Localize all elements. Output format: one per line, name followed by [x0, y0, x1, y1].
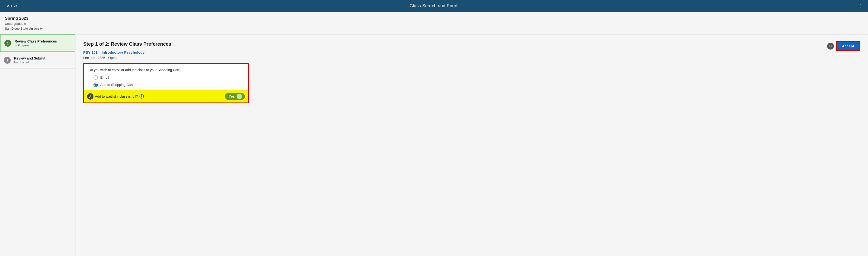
- radio-shopping-cart[interactable]: Add to Shopping Cart: [93, 82, 243, 87]
- step-info-2: Review and Submit Not Started: [14, 57, 71, 64]
- main-layout: 1 Review Class Preferences In Progress 2…: [0, 35, 868, 256]
- sidebar-step-2[interactable]: 2 Review and Submit Not Started: [0, 52, 75, 69]
- header-title: Class Search and Enroll: [410, 3, 458, 8]
- pref-question: Do you wish to enroll or add the class t…: [89, 68, 243, 72]
- exit-icon: ✕: [7, 4, 10, 8]
- course-name[interactable]: Introductory Psychology: [102, 50, 145, 54]
- radio-label-enroll: Enroll: [100, 76, 109, 79]
- step-heading: Step 1 of 2: Review Class Preferences: [83, 41, 860, 47]
- sidebar-step-1[interactable]: 1 Review Class Preferences In Progress: [0, 35, 75, 52]
- term-label: Spring 2023: [5, 16, 863, 21]
- sidebar: 1 Review Class Preferences In Progress 2…: [0, 35, 75, 256]
- radio-group: Enroll Add to Shopping Cart: [89, 75, 243, 87]
- exit-label: Exit: [11, 4, 17, 8]
- waitlist-toggle[interactable]: Yes: [225, 93, 245, 100]
- info-icon[interactable]: i: [140, 94, 144, 99]
- preferences-box: Do you wish to enroll or add the class t…: [83, 63, 249, 103]
- step-status-2: Not Started: [14, 61, 71, 64]
- step-info-1: Review Class Preferences In Progress: [14, 39, 71, 47]
- app-header: ✕ Exit Class Search and Enroll ⋮: [0, 0, 868, 12]
- step-number-1: 1: [4, 40, 11, 47]
- level-label: Undergraduate: [5, 22, 863, 26]
- course-subtitle: Lecture - 2885 - Open: [83, 56, 860, 60]
- badge-a: A: [87, 93, 93, 100]
- toggle-circle: [237, 94, 242, 99]
- radio-label-shopping-cart: Add to Shopping Cart: [100, 83, 133, 87]
- badge-b: B: [827, 43, 834, 49]
- accept-area: B Accept: [827, 41, 860, 51]
- step-number-2: 2: [4, 57, 11, 64]
- step-status-1: In Progress: [14, 44, 71, 47]
- exit-button[interactable]: ✕ Exit: [5, 3, 19, 9]
- waitlist-label: Add to waitlist if class is full?: [95, 95, 138, 98]
- step-title-2: Review and Submit: [14, 57, 71, 60]
- radio-circle-enroll: [93, 75, 98, 80]
- accept-button[interactable]: Accept: [836, 41, 860, 51]
- radio-enroll[interactable]: Enroll: [93, 75, 243, 80]
- dots-icon: ⋮: [858, 3, 863, 8]
- toggle-label: Yes: [229, 95, 235, 98]
- more-options-button[interactable]: ⋮: [858, 3, 863, 9]
- institution-label: San Diego State University: [5, 26, 863, 31]
- radio-circle-shopping-cart: [93, 82, 98, 87]
- course-title: PSY 101 Introductory Psychology: [83, 50, 860, 54]
- step-title-1: Review Class Preferences: [14, 39, 71, 43]
- course-code[interactable]: PSY 101: [83, 50, 99, 54]
- waitlist-row: A Add to waitlist if class is full? i Ye…: [84, 90, 248, 103]
- waitlist-left: A Add to waitlist if class is full? i: [87, 93, 144, 100]
- sub-header: Spring 2023 Undergraduate San Diego Stat…: [0, 12, 868, 35]
- content-area: B Accept Step 1 of 2: Review Class Prefe…: [75, 35, 868, 256]
